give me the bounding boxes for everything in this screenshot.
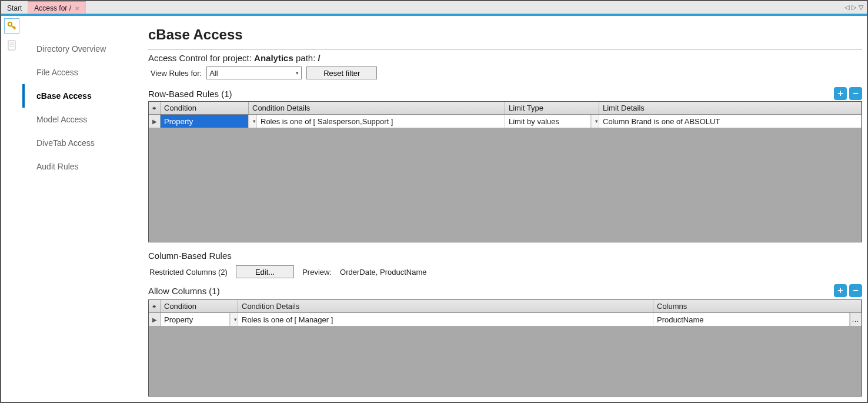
sidenav-item-file-access[interactable]: File Access (22, 61, 127, 84)
column-rules-title: Column-Based Rules (148, 251, 862, 261)
view-rules-for-select[interactable]: All ▾ (206, 66, 302, 79)
row-selector-header[interactable] (149, 102, 161, 114)
row-rules-title: Row-Based Rules (1) (148, 89, 232, 99)
tab-menu-icon[interactable]: ▽ (859, 4, 863, 11)
tab-next-icon[interactable]: ▷ (852, 4, 856, 11)
path-value: / (318, 53, 321, 63)
view-rules-for-label: View Rules for: (151, 69, 202, 78)
tab-access[interactable]: Access for / ✕ (28, 1, 86, 14)
header-condition[interactable]: Condition (161, 102, 249, 114)
sidenav-item-directory-overview[interactable]: Directory Overview (22, 37, 127, 61)
body: Directory Overview File Access cBase Acc… (1, 16, 867, 402)
tab-start-label: Start (7, 4, 22, 12)
sidenav-item-audit-rules[interactable]: Audit Rules (22, 155, 127, 178)
tab-prev-icon[interactable]: ◁ (844, 4, 849, 11)
header-condition-details-2[interactable]: Condition Details (238, 300, 653, 312)
cell-condition-2[interactable]: Property (161, 313, 230, 326)
limit-type-dropdown-icon[interactable]: ▾ (591, 115, 599, 128)
cell-condition-details[interactable]: Roles is one of [ Salesperson,Support ] (257, 115, 505, 128)
filter-row: View Rules for: All ▾ Reset filter (148, 66, 862, 79)
sidenav-item-model-access[interactable]: Model Access (22, 108, 127, 131)
table-row[interactable]: ▶ Property ▾ Roles is one of [ Manager ]… (149, 313, 862, 326)
row-indicator-icon: ▶ (149, 313, 161, 326)
header-condition-details[interactable]: Condition Details (249, 102, 505, 114)
project-name: Analytics (254, 53, 293, 63)
allow-columns-grid-header: Condition Condition Details Columns (149, 300, 862, 313)
restricted-columns-label: Restricted Columns (2) (149, 268, 228, 277)
table-row[interactable]: ▶ Property ▾ Roles is one of [ Salespers… (149, 115, 862, 128)
cell-condition-details-2[interactable]: Roles is one of [ Manager ] (238, 313, 653, 326)
allow-columns-title: Allow Columns (1) (148, 286, 220, 296)
tool-column (1, 16, 22, 402)
allow-columns-header: Allow Columns (1) + − (148, 284, 862, 297)
preview-value: OrderDate, ProductName (340, 268, 426, 277)
row-rules-grid-body: ▶ Property ▾ Roles is one of [ Salespers… (149, 115, 862, 242)
tabbar-controls: ◁ ▷ ▽ (844, 1, 867, 14)
subhead: Access Control for project: Analytics pa… (148, 53, 862, 63)
cell-columns[interactable]: ProductName (653, 313, 850, 326)
path-label: path: (296, 53, 315, 63)
row-rules-header: Row-Based Rules (1) + − (148, 85, 862, 101)
row-rules-grid-header: Condition Condition Details Limit Type L… (149, 102, 862, 115)
edit-restricted-columns-button[interactable]: Edit... (236, 265, 294, 278)
allow-columns-grid[interactable]: Condition Condition Details Columns ▶ Pr… (148, 299, 862, 397)
cell-limit-type[interactable]: Limit by values (505, 115, 591, 128)
allow-columns-grid-body: ▶ Property ▾ Roles is one of [ Manager ]… (149, 313, 862, 396)
subhead-prefix: Access Control for project: (148, 53, 252, 63)
header-columns[interactable]: Columns (653, 300, 862, 312)
tab-access-label: Access for / (34, 4, 71, 12)
cell-limit-details[interactable]: Column Brand is one of ABSOLUT (599, 115, 862, 128)
side-nav: Directory Overview File Access cBase Acc… (22, 16, 127, 402)
sidenav-item-divetab-access[interactable]: DiveTab Access (22, 131, 127, 155)
preview-label: Preview: (302, 268, 332, 277)
key-icon[interactable] (4, 18, 19, 34)
column-rules-row: Restricted Columns (2) Edit... Preview: … (148, 265, 862, 278)
header-limit-details[interactable]: Limit Details (599, 102, 862, 114)
add-allow-column-button[interactable]: + (834, 284, 847, 297)
row-rules-grid[interactable]: Condition Condition Details Limit Type L… (148, 101, 862, 242)
condition-dropdown-icon[interactable]: ▾ (249, 115, 257, 128)
row-selector-header-2[interactable] (149, 300, 161, 312)
ellipsis-button[interactable]: ... (850, 313, 862, 326)
row-indicator-icon: ▶ (149, 115, 161, 128)
sidenav-item-cbase-access[interactable]: cBase Access (22, 84, 127, 108)
header-condition-2[interactable]: Condition (161, 300, 238, 312)
add-row-rule-button[interactable]: + (834, 87, 847, 100)
app-window: Start Access for / ✕ ◁ ▷ ▽ Directory Ove… (0, 0, 868, 403)
remove-row-rule-button[interactable]: − (849, 87, 862, 100)
header-limit-type[interactable]: Limit Type (505, 102, 599, 114)
view-rules-for-value: All (209, 69, 218, 78)
remove-allow-column-button[interactable]: − (849, 284, 862, 297)
chevron-down-icon: ▾ (296, 70, 299, 76)
row-rules-buttons: + − (834, 87, 862, 100)
main-panel: cBase Access Access Control for project:… (127, 16, 867, 402)
svg-point-0 (8, 22, 12, 26)
tab-start[interactable]: Start (1, 1, 28, 14)
divider (148, 49, 862, 49)
close-icon[interactable]: ✕ (75, 5, 79, 12)
tab-bar: Start Access for / ✕ ◁ ▷ ▽ (1, 1, 867, 14)
reset-filter-button[interactable]: Reset filter (306, 66, 377, 79)
condition-dropdown-icon-2[interactable]: ▾ (230, 313, 238, 326)
allow-columns-buttons: + − (834, 284, 862, 297)
page-title: cBase Access (148, 26, 862, 43)
cell-condition[interactable]: Property (161, 115, 249, 128)
svg-rect-1 (8, 41, 15, 50)
document-icon[interactable] (5, 38, 19, 52)
